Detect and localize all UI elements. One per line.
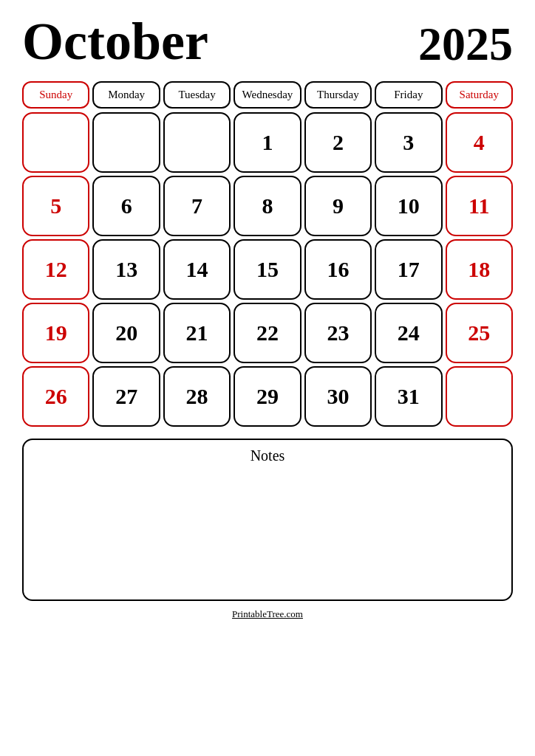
day-header-thursday: Thursday — [304, 81, 372, 109]
day-26: 26 — [22, 366, 89, 427]
calendar-header: October 2025 — [22, 15, 513, 68]
days-grid: 1234567891011121314151617181920212223242… — [22, 112, 513, 427]
day-2: 2 — [304, 112, 372, 173]
day-17: 17 — [375, 239, 442, 300]
day-31: 31 — [375, 366, 442, 427]
empty-cell — [163, 112, 231, 173]
day-28: 28 — [163, 366, 231, 427]
footer-text: PrintableTree.com — [232, 608, 303, 620]
day-20: 20 — [92, 303, 160, 363]
day-7: 7 — [163, 176, 231, 236]
year-title: 2025 — [418, 21, 513, 68]
day-11: 11 — [446, 176, 513, 236]
day-18: 18 — [446, 239, 513, 300]
day-header-saturday: Saturday — [446, 81, 513, 109]
empty-cell — [22, 112, 89, 173]
day-27: 27 — [92, 366, 160, 427]
day-15: 15 — [234, 239, 301, 300]
day-header-sunday: Sunday — [22, 81, 89, 109]
day-19: 19 — [22, 303, 89, 363]
day-1: 1 — [234, 112, 301, 173]
notes-section: Notes — [22, 439, 513, 601]
day-4: 4 — [446, 112, 513, 173]
empty-cell — [446, 366, 513, 427]
day-header-monday: Monday — [92, 81, 160, 109]
day-header-friday: Friday — [375, 81, 442, 109]
empty-cell — [92, 112, 160, 173]
day-header-wednesday: Wednesday — [234, 81, 301, 109]
day-24: 24 — [375, 303, 442, 363]
day-12: 12 — [22, 239, 89, 300]
day-header-tuesday: Tuesday — [163, 81, 231, 109]
day-9: 9 — [304, 176, 372, 236]
day-3: 3 — [375, 112, 442, 173]
day-14: 14 — [163, 239, 231, 300]
day-22: 22 — [234, 303, 301, 363]
notes-title: Notes — [24, 440, 511, 470]
day-13: 13 — [92, 239, 160, 300]
day-8: 8 — [234, 176, 301, 236]
day-21: 21 — [163, 303, 231, 363]
month-title: October — [22, 15, 208, 68]
day-29: 29 — [234, 366, 301, 427]
day-23: 23 — [304, 303, 372, 363]
day-5: 5 — [22, 176, 89, 236]
notes-body[interactable] — [24, 470, 511, 599]
day-6: 6 — [92, 176, 160, 236]
day-30: 30 — [304, 366, 372, 427]
day-10: 10 — [375, 176, 442, 236]
day-headers-row: SundayMondayTuesdayWednesdayThursdayFrid… — [22, 81, 513, 109]
day-16: 16 — [304, 239, 372, 300]
day-25: 25 — [446, 303, 513, 363]
